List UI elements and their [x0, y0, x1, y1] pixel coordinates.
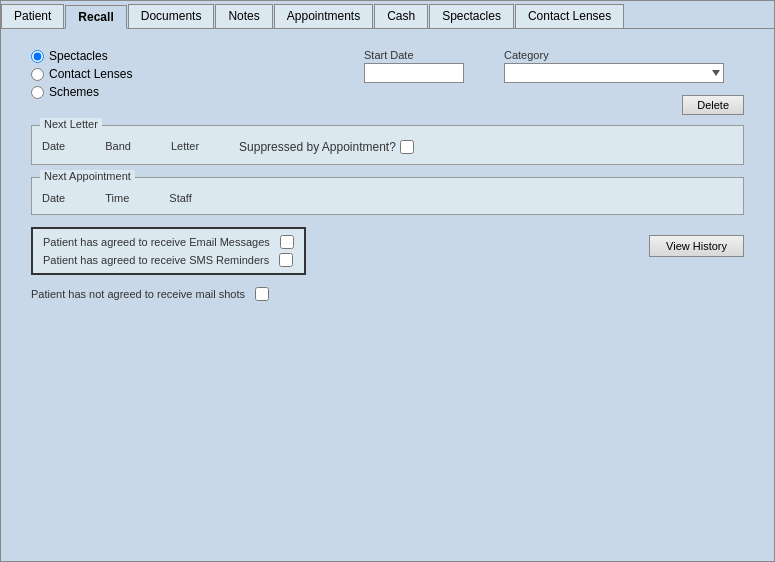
email-consent-label: Patient has agreed to receive Email Mess… [43, 236, 270, 248]
recall-left: Spectacles Contact Lenses Schemes [31, 49, 132, 115]
tab-documents[interactable]: Documents [128, 4, 215, 28]
start-date-input[interactable] [364, 63, 464, 83]
email-consent-row: Patient has agreed to receive Email Mess… [43, 235, 294, 249]
tab-notes[interactable]: Notes [215, 4, 272, 28]
category-label: Category [504, 49, 724, 61]
contact-lenses-radio[interactable] [31, 68, 44, 81]
email-consent-checkbox[interactable] [280, 235, 294, 249]
date-category-section: Start Date Category Delete [364, 49, 744, 115]
date-category-labels: Start Date Category [364, 49, 744, 83]
tab-patient[interactable]: Patient [1, 4, 64, 28]
spectacles-radio-row: Spectacles [31, 49, 132, 63]
next-letter-box: Next Letter Date Band Letter Suppressed … [31, 125, 744, 165]
contact-lenses-label: Contact Lenses [49, 67, 132, 81]
next-appointment-box: Next Appointment Date Time Staff [31, 177, 744, 215]
next-letter-cols: Date Band Letter Suppressed by Appointme… [42, 140, 733, 154]
tab-contact-lenses[interactable]: Contact Lenses [515, 4, 624, 28]
tab-appointments[interactable]: Appointments [274, 4, 373, 28]
schemes-radio[interactable] [31, 86, 44, 99]
mail-shots-label: Patient has not agreed to receive mail s… [31, 288, 245, 300]
consent-box: Patient has agreed to receive Email Mess… [31, 227, 306, 275]
tab-cash[interactable]: Cash [374, 4, 428, 28]
category-select[interactable] [504, 63, 724, 83]
sms-consent-row: Patient has agreed to receive SMS Remind… [43, 253, 294, 267]
spectacles-radio[interactable] [31, 50, 44, 63]
spectacles-label: Spectacles [49, 49, 108, 63]
next-appt-time-col: Time [105, 192, 129, 204]
suppressed-row: Suppressed by Appointment? [239, 140, 414, 154]
bottom-row: Patient has agreed to receive Email Mess… [31, 227, 744, 301]
next-appointment-cols: Date Time Staff [42, 192, 733, 204]
next-letter-date-col: Date [42, 140, 65, 154]
next-appt-staff-col: Staff [169, 192, 191, 204]
tab-spectacles[interactable]: Spectacles [429, 4, 514, 28]
suppressed-checkbox[interactable] [400, 140, 414, 154]
next-appt-date-col: Date [42, 192, 65, 204]
tab-recall[interactable]: Recall [65, 5, 126, 29]
recall-top-section: Spectacles Contact Lenses Schemes [31, 49, 744, 115]
next-letter-letter-col: Letter [171, 140, 199, 154]
contact-lenses-radio-row: Contact Lenses [31, 67, 132, 81]
category-group: Category [504, 49, 724, 83]
next-appointment-legend: Next Appointment [40, 170, 135, 182]
next-letter-legend: Next Letter [40, 118, 102, 130]
start-date-label: Start Date [364, 49, 464, 61]
next-letter-band-col: Band [105, 140, 131, 154]
schemes-radio-row: Schemes [31, 85, 132, 99]
view-history-button[interactable]: View History [649, 235, 744, 257]
recall-content: Spectacles Contact Lenses Schemes [1, 29, 774, 561]
consent-section: Patient has agreed to receive Email Mess… [31, 227, 306, 301]
schemes-label: Schemes [49, 85, 99, 99]
delete-button[interactable]: Delete [682, 95, 744, 115]
mail-shots-checkbox[interactable] [255, 287, 269, 301]
suppressed-label: Suppressed by Appointment? [239, 140, 396, 154]
tab-bar: Patient Recall Documents Notes Appointme… [1, 1, 774, 29]
delete-row: Delete [364, 95, 744, 115]
start-date-group: Start Date [364, 49, 464, 83]
mail-shots-row: Patient has not agreed to receive mail s… [31, 287, 306, 301]
main-window: Patient Recall Documents Notes Appointme… [0, 0, 775, 562]
sms-consent-checkbox[interactable] [279, 253, 293, 267]
sms-consent-label: Patient has agreed to receive SMS Remind… [43, 254, 269, 266]
recall-radio-group: Spectacles Contact Lenses Schemes [31, 49, 132, 99]
